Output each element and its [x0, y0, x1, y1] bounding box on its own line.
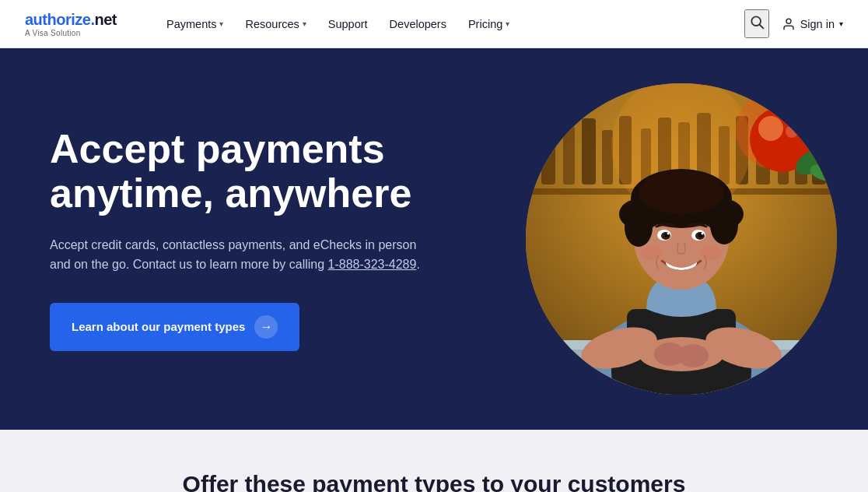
hero-illustration	[526, 83, 837, 395]
navigation: authorize.net A Visa Solution Payments ▾…	[0, 0, 868, 48]
svg-point-25	[786, 125, 798, 138]
svg-point-55	[700, 246, 722, 260]
svg-point-52	[667, 233, 670, 235]
nav-links: Payments ▾ Resources ▾ Support Developer…	[157, 12, 744, 37]
svg-rect-8	[602, 130, 613, 184]
svg-rect-5	[541, 114, 555, 184]
svg-point-54	[641, 246, 663, 260]
logo-subtitle: A Visa Solution	[25, 29, 126, 37]
arrow-icon: →	[254, 315, 278, 339]
logo[interactable]: authorize.net A Visa Solution	[25, 11, 126, 37]
nav-support[interactable]: Support	[319, 12, 377, 37]
nav-payments[interactable]: Payments ▾	[157, 12, 233, 37]
svg-rect-7	[582, 118, 596, 184]
svg-rect-6	[563, 126, 575, 184]
svg-point-2	[786, 19, 791, 23]
user-icon	[782, 17, 796, 31]
nav-pricing[interactable]: Pricing ▾	[459, 12, 519, 37]
sign-in-button[interactable]: Sign in ▾	[782, 17, 843, 31]
bottom-section: Offer these payment types to your custom…	[0, 430, 868, 492]
hero-section: Accept payments anytime, anywhere Accept…	[0, 48, 868, 430]
search-button[interactable]	[744, 9, 769, 38]
logo-text: authorize.net	[25, 11, 126, 29]
search-icon	[749, 14, 765, 30]
nav-developers[interactable]: Developers	[380, 12, 456, 37]
nav-resources[interactable]: Resources ▾	[236, 12, 315, 37]
svg-point-44	[625, 208, 653, 247]
svg-point-37	[677, 344, 709, 367]
hero-portrait-circle	[526, 83, 837, 395]
svg-point-43	[639, 170, 724, 214]
chevron-down-icon: ▾	[506, 19, 509, 28]
svg-line-1	[759, 25, 763, 29]
hero-description: Accept credit cards, contactless payment…	[50, 235, 423, 275]
hero-image	[526, 83, 837, 395]
svg-point-45	[710, 206, 738, 244]
svg-point-24	[758, 116, 783, 141]
chevron-down-icon: ▾	[219, 19, 223, 28]
chevron-down-icon: ▾	[303, 19, 306, 28]
chevron-down-icon: ▾	[839, 19, 843, 28]
cta-button[interactable]: Learn about our payment types →	[50, 303, 299, 351]
phone-link[interactable]: 1-888-323-4289	[328, 258, 417, 271]
hero-title: Accept payments anytime, anywhere	[50, 127, 485, 216]
bottom-title: Offer these payment types to your custom…	[50, 469, 818, 492]
svg-point-53	[702, 233, 704, 235]
nav-right: Sign in ▾	[744, 9, 843, 38]
hero-content: Accept payments anytime, anywhere Accept…	[50, 127, 485, 351]
